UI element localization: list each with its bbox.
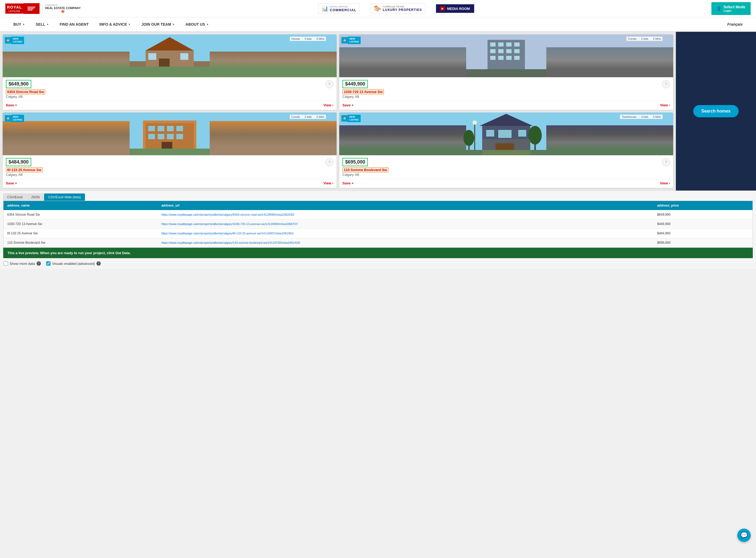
badge-icon: 🏠 xyxy=(341,115,348,122)
save-button[interactable]: Save + xyxy=(6,103,17,107)
nav-sell[interactable]: SELL ▼ xyxy=(30,17,54,31)
listing-price: $449,900 xyxy=(342,80,368,88)
svg-point-46 xyxy=(528,126,542,145)
listing-city: Calgary, AB xyxy=(6,95,333,99)
address-url-link[interactable]: https://www.royallepage.ca/en/property/a… xyxy=(161,213,294,216)
login-label: Login xyxy=(723,9,745,12)
svg-rect-15 xyxy=(498,49,503,53)
top-header: ROYAL LEPAGE CANADA'S REAL ESTATE COMPAN… xyxy=(0,0,756,17)
listing-price: $649,900 xyxy=(6,80,31,88)
listing-info: $695,000 ? 110 Somme Boulevard Sw Calgar… xyxy=(339,155,673,188)
listing-image[interactable]: 🏠 NEWLISTING Condo | 2 bds , 2 bths xyxy=(3,112,337,155)
badge-text: NEWLISTING xyxy=(11,115,24,122)
commercial-logo[interactable]: 📊 ROYAL LEPAGE COMMERCIAL xyxy=(318,3,360,14)
listing-address[interactable]: 6354 Simcoe Road Sw xyxy=(6,89,45,94)
show-more-data-checkbox[interactable] xyxy=(4,261,8,265)
save-button[interactable]: Save + xyxy=(6,181,17,185)
chevron-down-icon: ▼ xyxy=(206,23,209,26)
listing-address[interactable]: 1030-720 13 Avenue Sw xyxy=(342,89,384,94)
card-actions: Save + View › xyxy=(342,101,670,107)
main-content: 🏠 NEWLISTING House | 3 bds , 4 bths $649… xyxy=(0,32,756,191)
address-url-link[interactable]: https://www.royallepage.ca/en/property/a… xyxy=(161,232,294,235)
address-url-link[interactable]: https://www.royallepage.ca/en/property/a… xyxy=(161,222,298,226)
footer-banner: This a live preview. When you are ready … xyxy=(3,248,753,258)
cell-address-url[interactable]: https://www.royallepage.ca/en/property/a… xyxy=(158,229,653,238)
table-row: 6f-133 25 Avenue Swhttps://www.royallepa… xyxy=(3,229,753,238)
listing-info: $449,900 ? 1030-720 13 Avenue Sw Calgary… xyxy=(339,77,673,110)
listing-price: $484,900 xyxy=(6,158,31,166)
luxury-logo[interactable]: 🐎 CARRIAGE TRADE LUXURY PROPERTIES xyxy=(370,3,425,14)
tab-csv[interactable]: CSV/Excel xyxy=(3,194,26,201)
nav-buy[interactable]: BUY ▼ xyxy=(8,17,30,31)
svg-rect-31 xyxy=(158,134,164,139)
column-address-name[interactable]: address_name xyxy=(3,201,158,210)
listing-address[interactable]: 110 Somme Boulevard Sw xyxy=(342,167,388,172)
column-address-price[interactable]: address_price xyxy=(653,201,753,210)
nav-join-team[interactable]: JOIN OUR TEAM ▼ xyxy=(136,17,180,31)
info-icon: ? xyxy=(36,261,41,265)
listing-image[interactable]: 🏠 NEWLISTING House | 3 bds , 4 bths xyxy=(3,34,337,77)
show-more-data-label[interactable]: Show more data ? xyxy=(4,261,41,265)
badge-text: NEWLISTING xyxy=(348,115,361,122)
listing-type-info: Condo | 2 bds , 2 bths xyxy=(626,36,662,41)
visuals-enabled-label[interactable]: Visuals enabled (advanced) ? xyxy=(46,261,101,265)
svg-rect-29 xyxy=(176,126,183,131)
table-row: 6354 Simcoe Road Swhttps://www.royallepa… xyxy=(3,210,753,220)
card-actions: Save + View › xyxy=(6,101,333,107)
select-mode-button[interactable]: 👤 Select Mode Login xyxy=(711,2,751,15)
media-room-button[interactable]: ▶ MEDIA ROOM xyxy=(436,4,474,13)
question-button[interactable]: ? xyxy=(325,80,333,88)
view-button[interactable]: View › xyxy=(660,103,670,107)
rl-logo-line1: ROYAL xyxy=(7,4,22,10)
listing-info: $649,900 ? 6354 Simcoe Road Sw Calgary, … xyxy=(3,77,337,110)
new-listing-badge: 🏠 NEWLISTING xyxy=(5,115,24,122)
header-logos: 📊 ROYAL LEPAGE COMMERCIAL 🐎 CARRIAGE TRA… xyxy=(86,3,706,14)
canadas-logo: CANADA'S REAL ESTATE COMPANY 🍁 xyxy=(42,4,81,14)
listing-type-info: Condo | 2 bds , 2 bths xyxy=(290,115,326,119)
view-button[interactable]: View › xyxy=(323,103,333,107)
nav-info-advice[interactable]: INFO & ADVICE ▼ xyxy=(94,17,136,31)
royal-lepage-logo[interactable]: ROYAL LEPAGE xyxy=(5,3,40,14)
svg-rect-42 xyxy=(518,130,526,136)
svg-rect-7 xyxy=(130,67,210,77)
badge-text: NEWLISTING xyxy=(11,36,24,44)
tab-json[interactable]: JSON xyxy=(27,194,44,201)
question-button[interactable]: ? xyxy=(325,158,333,166)
cell-address-url[interactable]: https://www.royallepage.ca/en/property/a… xyxy=(158,220,653,229)
save-button[interactable]: Save + xyxy=(342,103,354,107)
nav-about-us[interactable]: ABOUT US ▼ xyxy=(180,17,214,31)
svg-rect-19 xyxy=(498,56,503,60)
info-icon: ? xyxy=(97,261,101,265)
table-header-row: address_name address_url address_price xyxy=(3,201,753,210)
listing-image[interactable]: 🏠 NEWLISTING Townhouse | 4 bds , 3 bths xyxy=(339,112,673,155)
listing-card: 🏠 NEWLISTING Condo | 2 bds , 2 bths $484… xyxy=(3,112,337,188)
svg-rect-35 xyxy=(130,149,210,155)
cell-address-name: 6f-133 25 Avenue Sw xyxy=(3,229,158,238)
view-button[interactable]: View › xyxy=(660,181,670,185)
svg-rect-22 xyxy=(466,69,546,77)
condo2-image-svg xyxy=(3,112,337,155)
svg-rect-10 xyxy=(490,43,496,47)
select-mode-label: Select Mode xyxy=(723,5,745,9)
listing-image[interactable]: 🏠 NEWLISTING Condo | 2 bds , 2 bths xyxy=(339,34,673,77)
cell-address-price: $484,900 xyxy=(653,229,753,238)
svg-rect-30 xyxy=(148,134,155,139)
cell-address-url[interactable]: https://www.royallepage.ca/en/property/a… xyxy=(158,238,653,248)
view-button[interactable]: View › xyxy=(323,181,333,185)
address-url-link[interactable]: https://www.royallepage.ca/en/property/a… xyxy=(161,241,300,244)
cell-address-name: 1030-720 13 Avenue Sw xyxy=(3,220,158,229)
question-button[interactable]: ? xyxy=(662,158,670,166)
visuals-enabled-checkbox[interactable] xyxy=(46,261,51,265)
price-row: $449,900 ? xyxy=(342,80,670,88)
save-button[interactable]: Save + xyxy=(342,181,354,185)
tab-csv-wide[interactable]: CSV/Excel Wide (beta) xyxy=(44,194,85,201)
main-nav: BUY ▼ SELL ▼ FIND AN AGENT INFO & ADVICE… xyxy=(0,17,756,32)
nav-find-agent[interactable]: FIND AN AGENT xyxy=(54,17,94,31)
question-button[interactable]: ? xyxy=(662,80,670,88)
listing-address[interactable]: 6f-133 25 Avenue Sw xyxy=(6,167,43,172)
column-address-url[interactable]: address_url xyxy=(158,201,653,210)
nav-francais[interactable]: Français xyxy=(722,17,748,31)
svg-rect-32 xyxy=(167,134,174,139)
search-homes-button[interactable]: Search homes xyxy=(693,105,738,117)
cell-address-url[interactable]: https://www.royallepage.ca/en/property/a… xyxy=(158,210,653,220)
